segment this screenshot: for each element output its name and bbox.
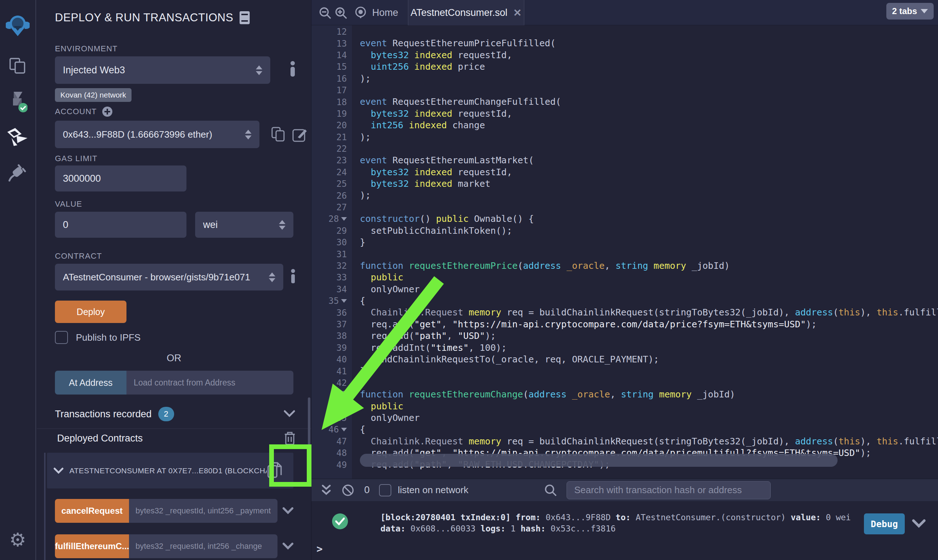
- zoom-out-icon[interactable]: [319, 6, 332, 20]
- line-number: 36: [311, 307, 352, 318]
- contract-info-icon[interactable]: [291, 269, 295, 283]
- network-badge: Kovan (42) network: [55, 88, 132, 102]
- clear-console-icon[interactable]: [341, 483, 355, 497]
- code-line: req.addInt("times", 100);: [360, 342, 938, 354]
- zoom-in-icon[interactable]: [335, 6, 348, 20]
- editor-area: Home ATestnetConsumer.sol ✕ 2 tabs 12131…: [311, 0, 938, 560]
- line-number: 24: [311, 166, 352, 178]
- line-number: 31: [311, 248, 352, 260]
- code-line: onlyOwner: [360, 284, 938, 295]
- code-line: bytes32 indexed requestId,: [360, 49, 938, 61]
- transaction-log-entry[interactable]: [block:20780401 txIndex:0] from: 0x643..…: [332, 512, 851, 534]
- at-address-button[interactable]: At Address: [55, 371, 126, 395]
- code-lines: event RequestEthereumPriceFulfilled( byt…: [360, 26, 938, 471]
- chevron-down-icon[interactable]: [283, 410, 295, 418]
- line-number: 40: [311, 354, 352, 365]
- terminal-prompt[interactable]: >: [317, 543, 323, 555]
- expand-terminal-icon[interactable]: [321, 484, 332, 496]
- deployed-contract-instance[interactable]: ATESTNETCONSUMER AT 0X7E7...E80D1 (BLOCK…: [47, 453, 294, 488]
- editor-tabbar: Home ATestnetConsumer.sol ✕ 2 tabs: [311, 0, 938, 25]
- contract-select[interactable]: ATestnetConsumer - browser/gists/9b71e07…: [55, 264, 283, 291]
- environment-select[interactable]: Injected Web3: [55, 56, 270, 84]
- function-row-cancel-request: cancelRequest: [55, 499, 294, 523]
- transactions-recorded-row[interactable]: Transactions recorded 2: [55, 407, 174, 421]
- caret-down-icon: [921, 9, 928, 13]
- code-viewport[interactable]: 1213141516171819202122232425262728293031…: [311, 25, 938, 479]
- tabs-count-dropdown[interactable]: 2 tabs: [886, 3, 934, 20]
- publish-ipfs-label: Publish to IPFS: [76, 332, 141, 343]
- fulfill-params-input[interactable]: [129, 534, 277, 558]
- line-number: 19: [311, 108, 352, 120]
- line-number: 39: [311, 342, 352, 354]
- line-number: 27: [311, 202, 352, 213]
- close-tab-icon[interactable]: ✕: [513, 7, 521, 19]
- tab-home[interactable]: Home: [349, 0, 403, 25]
- code-line: );: [360, 132, 938, 143]
- at-address-input[interactable]: [126, 371, 294, 395]
- gas-limit-input[interactable]: [55, 165, 186, 191]
- instance-label: ATESTNETCONSUMER AT 0X7E7...E80D1 (BLOCK…: [69, 466, 267, 475]
- line-number: 35: [311, 295, 352, 307]
- fold-arrow-icon[interactable]: [341, 299, 347, 303]
- tabs-count-label: 2 tabs: [892, 6, 917, 16]
- cancel-request-params-input[interactable]: [129, 499, 277, 523]
- add-account-icon[interactable]: [102, 106, 113, 117]
- docs-icon[interactable]: [239, 11, 250, 25]
- contract-value: ATestnetConsumer - browser/gists/9b71e07…: [63, 272, 265, 283]
- environment-info-icon[interactable]: [290, 61, 295, 77]
- code-line: onlyOwner: [360, 412, 938, 424]
- settings-gear-icon[interactable]: ⚙: [0, 530, 35, 549]
- listen-network-label: listen on network: [398, 485, 468, 496]
- fulfill-ethereum-change-button[interactable]: fulfillEthereumC...: [55, 534, 129, 558]
- line-number: 15: [311, 61, 352, 72]
- code-line: function requestEthereumChange(address _…: [360, 389, 938, 400]
- code-line: bytes32 indexed requestId,: [360, 108, 938, 120]
- code-line: );: [360, 190, 938, 201]
- remix-logo-icon[interactable]: [0, 14, 35, 38]
- chevron-down-icon[interactable]: [283, 507, 294, 514]
- terminal: 0 listen on network [block:20780401 txIn…: [311, 479, 938, 560]
- line-number: 16: [311, 73, 352, 85]
- divider: [37, 428, 311, 429]
- code-line: sendChainlinkRequestTo(_oracle, req, ORA…: [360, 354, 938, 365]
- fold-arrow-icon[interactable]: [341, 217, 347, 221]
- solidity-compiler-icon[interactable]: [0, 91, 35, 113]
- code-gutter: 1213141516171819202122232425262728293031…: [311, 26, 352, 471]
- pending-tx-count: 0: [364, 485, 370, 496]
- line-number: 42: [311, 377, 352, 389]
- plugin-manager-icon[interactable]: [0, 163, 35, 183]
- success-check-icon: [332, 513, 348, 529]
- icon-rail: ⚙: [0, 0, 36, 560]
- terminal-search-input[interactable]: [567, 481, 771, 499]
- value-input[interactable]: [55, 212, 186, 238]
- select-arrows-icon: [279, 220, 286, 230]
- code-line: [360, 202, 938, 213]
- tab-home-label: Home: [372, 7, 398, 18]
- environment-label: ENVIRONMENT: [55, 44, 118, 54]
- line-number: 41: [311, 365, 352, 377]
- trash-icon[interactable]: [283, 431, 296, 446]
- code-line: event RequestEthereumChangeFulfilled(: [360, 96, 938, 108]
- line-number: 47: [311, 436, 352, 447]
- line-number: 17: [311, 85, 352, 96]
- value-unit-select[interactable]: wei: [195, 212, 294, 238]
- deploy-button[interactable]: Deploy: [55, 301, 126, 323]
- line-number: 25: [311, 178, 352, 190]
- log-line-2: data: 0x608...60033 logs: 1 hash: 0x53c.…: [380, 523, 851, 534]
- tab-active-file[interactable]: ATestnetConsumer.sol ✕: [408, 0, 524, 25]
- cancel-request-button[interactable]: cancelRequest: [55, 499, 129, 523]
- chevron-down-icon[interactable]: [283, 543, 294, 550]
- deploy-and-run-icon[interactable]: [0, 127, 35, 148]
- horizontal-scrollbar[interactable]: [360, 454, 838, 467]
- file-explorer-icon[interactable]: [0, 57, 35, 75]
- chevron-down-icon[interactable]: [54, 468, 64, 474]
- debug-button[interactable]: Debug: [864, 513, 905, 534]
- listen-network-checkbox[interactable]: [379, 484, 391, 496]
- fold-arrow-icon[interactable]: [341, 428, 347, 431]
- line-number: 20: [311, 120, 352, 131]
- copy-account-icon[interactable]: [271, 126, 286, 142]
- chevron-down-icon[interactable]: [912, 519, 926, 529]
- account-select[interactable]: 0x643...9F88D (1.666673996 ether): [55, 121, 260, 148]
- publish-ipfs-checkbox[interactable]: [55, 331, 68, 344]
- edit-account-icon[interactable]: [292, 127, 307, 142]
